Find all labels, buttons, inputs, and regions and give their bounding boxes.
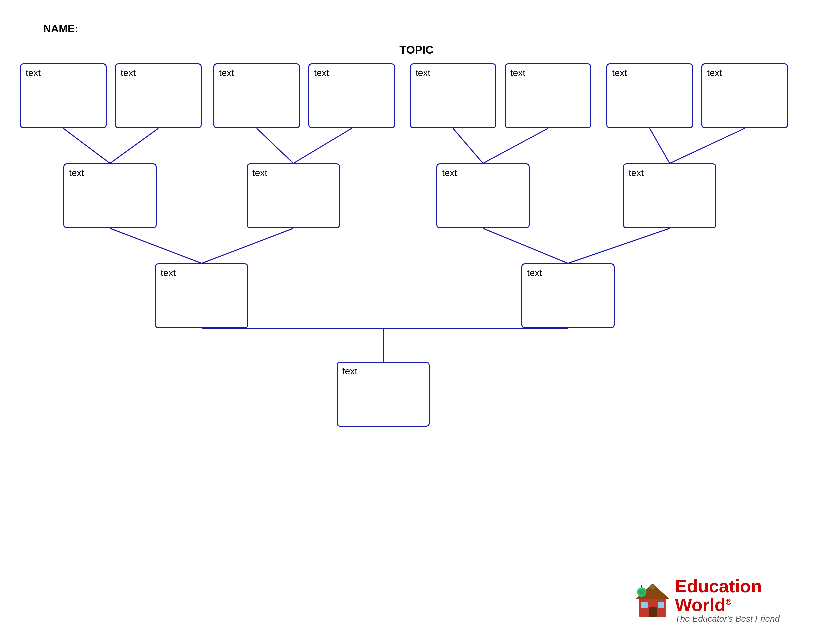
schoolhouse-icon	[634, 582, 671, 619]
svg-line-9	[202, 228, 293, 263]
svg-line-10	[483, 228, 568, 263]
page: NAME: TOPIC	[0, 0, 833, 644]
box-r1-7[interactable]: text	[606, 63, 693, 128]
box-r2-2[interactable]: text	[246, 163, 340, 228]
box-r4-1[interactable]: text	[336, 362, 430, 427]
svg-line-0	[63, 128, 110, 163]
brand-subtitle: The Educator's Best Friend	[675, 613, 780, 624]
brand-text: Education World® The Educator's Best Fri…	[675, 577, 780, 624]
box-r2-4[interactable]: text	[623, 163, 716, 228]
topic-label: TOPIC	[0, 43, 833, 56]
box-r1-8[interactable]: text	[701, 63, 788, 128]
svg-rect-22	[649, 607, 657, 617]
svg-line-2	[257, 128, 293, 163]
svg-rect-24	[658, 602, 664, 608]
svg-line-8	[110, 228, 202, 263]
brand-title-line2: World®	[675, 596, 780, 613]
box-r1-1[interactable]: text	[20, 63, 107, 128]
box-r2-1[interactable]: text	[63, 163, 157, 228]
svg-rect-23	[641, 602, 648, 608]
svg-line-4	[453, 128, 483, 163]
box-r1-2[interactable]: text	[115, 63, 202, 128]
box-r2-3[interactable]: text	[436, 163, 530, 228]
svg-line-7	[670, 128, 745, 163]
box-r3-2[interactable]: text	[521, 263, 615, 328]
brand: Education World® The Educator's Best Fri…	[634, 577, 780, 624]
box-r1-4[interactable]: text	[308, 63, 395, 128]
svg-rect-20	[649, 589, 656, 599]
svg-line-3	[293, 128, 352, 163]
brand-title-line1: Education	[675, 577, 780, 596]
svg-point-21	[650, 584, 655, 590]
box-r1-3[interactable]: text	[213, 63, 300, 128]
svg-line-5	[483, 128, 548, 163]
svg-line-1	[110, 128, 158, 163]
svg-line-11	[568, 228, 670, 263]
name-label: NAME:	[43, 23, 78, 35]
box-r1-6[interactable]: text	[505, 63, 592, 128]
svg-line-6	[650, 128, 670, 163]
svg-point-26	[638, 589, 645, 595]
box-r1-5[interactable]: text	[410, 63, 497, 128]
box-r3-1[interactable]: text	[155, 263, 248, 328]
